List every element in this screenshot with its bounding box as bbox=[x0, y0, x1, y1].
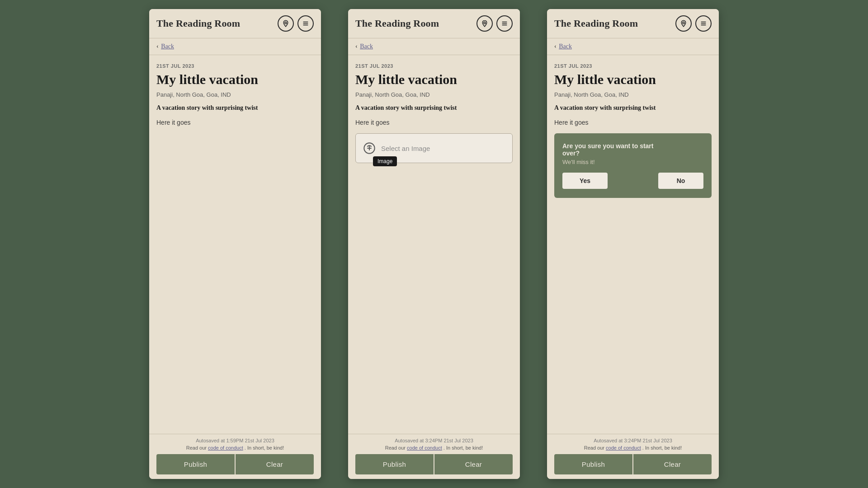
screens-container: The Reading Room ‹ bbox=[0, 0, 868, 488]
action-buttons-3: Publish Clear bbox=[554, 454, 712, 474]
conduct-link-2[interactable]: code of conduct bbox=[407, 445, 442, 450]
action-buttons-1: Publish Clear bbox=[156, 454, 314, 474]
post-location-3: Panaji, North Goa, Goa, IND bbox=[554, 91, 712, 98]
back-chevron-2: ‹ bbox=[355, 43, 358, 50]
confirm-no-button[interactable]: No bbox=[658, 173, 703, 189]
conduct-suffix-1: . In short, be kind! bbox=[245, 445, 284, 450]
post-title-3: My little vacation bbox=[554, 71, 712, 88]
post-subtitle-2: A vacation story with surprising twist bbox=[355, 104, 513, 112]
autosave-3: Autosaved at 3:24PM 21st Jul 2023 bbox=[554, 438, 712, 443]
select-image-text: Select an Image bbox=[381, 145, 430, 152]
back-link-1[interactable]: Back bbox=[161, 43, 174, 50]
svg-point-0 bbox=[285, 22, 287, 24]
back-chevron-3: ‹ bbox=[554, 43, 557, 50]
content-area-3: 21ST JUL 2023 My little vacation Panaji,… bbox=[547, 55, 719, 434]
confirm-text-sub: We'll miss it! bbox=[562, 159, 703, 165]
post-body-1: Here it goes bbox=[156, 119, 314, 126]
footer-1: Autosaved at 1:59PM 21st Jul 2023 Read o… bbox=[149, 434, 321, 479]
back-chevron-1: ‹ bbox=[156, 43, 159, 50]
footer-3: Autosaved at 3:24PM 21st Jul 2023 Read o… bbox=[547, 434, 719, 479]
image-tooltip: Image bbox=[373, 156, 397, 166]
screen-3: The Reading Room ‹ bbox=[547, 9, 719, 479]
app-header-2: The Reading Room bbox=[348, 9, 520, 38]
post-date-3: 21ST JUL 2023 bbox=[554, 63, 712, 69]
back-bar-2: ‹ Back bbox=[348, 38, 520, 55]
conduct-link-3[interactable]: code of conduct bbox=[606, 445, 641, 450]
post-date-1: 21ST JUL 2023 bbox=[156, 63, 314, 69]
conduct-text-3: Read our code of conduct . In short, be … bbox=[554, 445, 712, 450]
autosave-1: Autosaved at 1:59PM 21st Jul 2023 bbox=[156, 438, 314, 443]
location-button-3[interactable] bbox=[675, 15, 692, 32]
confirm-yes-button[interactable]: Yes bbox=[562, 173, 608, 189]
content-area-1: 21ST JUL 2023 My little vacation Panaji,… bbox=[149, 55, 321, 434]
conduct-prefix-1: Read our bbox=[186, 445, 208, 450]
publish-button-1[interactable]: Publish bbox=[156, 454, 235, 474]
post-location-1: Panaji, North Goa, Goa, IND bbox=[156, 91, 314, 98]
image-selector[interactable]: Select an Image Image bbox=[355, 133, 513, 163]
app-title-1: The Reading Room bbox=[156, 18, 240, 29]
menu-button-3[interactable] bbox=[695, 15, 712, 32]
post-title-2: My little vacation bbox=[355, 71, 513, 88]
footer-2: Autosaved at 3:24PM 21st Jul 2023 Read o… bbox=[348, 434, 520, 479]
conduct-text-2: Read our code of conduct . In short, be … bbox=[355, 445, 513, 450]
svg-point-11 bbox=[683, 22, 684, 24]
conduct-link-1[interactable]: code of conduct bbox=[208, 445, 243, 450]
app-title-3: The Reading Room bbox=[554, 18, 638, 29]
conduct-suffix-2: . In short, be kind! bbox=[443, 445, 483, 450]
post-location-2: Panaji, North Goa, Goa, IND bbox=[355, 91, 513, 98]
conduct-text-1: Read our code of conduct . In short, be … bbox=[156, 445, 314, 450]
screen-2: The Reading Room ‹ bbox=[348, 9, 520, 479]
header-icons-2 bbox=[476, 15, 513, 32]
autosave-2: Autosaved at 3:24PM 21st Jul 2023 bbox=[355, 438, 513, 443]
confirm-text-line1: Are you sure you want to start over? bbox=[562, 142, 703, 157]
post-body-2: Here it goes bbox=[355, 119, 513, 126]
post-date-2: 21ST JUL 2023 bbox=[355, 63, 513, 69]
header-icons-1 bbox=[278, 15, 314, 32]
confirm-dialog: Are you sure you want to start over? We'… bbox=[554, 133, 712, 198]
content-area-2: 21ST JUL 2023 My little vacation Panaji,… bbox=[348, 55, 520, 434]
post-subtitle-3: A vacation story with surprising twist bbox=[554, 104, 712, 112]
back-bar-3: ‹ Back bbox=[547, 38, 719, 55]
location-button-1[interactable] bbox=[278, 15, 294, 32]
confirm-buttons: Yes No bbox=[562, 173, 703, 189]
action-buttons-2: Publish Clear bbox=[355, 454, 513, 474]
menu-button-1[interactable] bbox=[297, 15, 314, 32]
publish-button-3[interactable]: Publish bbox=[554, 454, 632, 474]
image-upload-icon bbox=[363, 142, 376, 155]
clear-button-3[interactable]: Clear bbox=[633, 454, 712, 474]
app-header-1: The Reading Room bbox=[149, 9, 321, 38]
svg-point-4 bbox=[484, 22, 486, 24]
publish-button-2[interactable]: Publish bbox=[355, 454, 434, 474]
app-title-2: The Reading Room bbox=[355, 18, 439, 29]
menu-button-2[interactable] bbox=[496, 15, 513, 32]
clear-button-2[interactable]: Clear bbox=[434, 454, 513, 474]
post-subtitle-1: A vacation story with surprising twist bbox=[156, 104, 314, 112]
location-button-2[interactable] bbox=[476, 15, 493, 32]
back-link-2[interactable]: Back bbox=[360, 43, 373, 50]
back-bar-1: ‹ Back bbox=[149, 38, 321, 55]
conduct-suffix-3: . In short, be kind! bbox=[642, 445, 682, 450]
post-body-3: Here it goes bbox=[554, 119, 712, 126]
post-title-1: My little vacation bbox=[156, 71, 314, 88]
conduct-prefix-2: Read our bbox=[385, 445, 407, 450]
back-link-3[interactable]: Back bbox=[559, 43, 572, 50]
app-header-3: The Reading Room bbox=[547, 9, 719, 38]
header-icons-3 bbox=[675, 15, 712, 32]
clear-button-1[interactable]: Clear bbox=[236, 454, 314, 474]
conduct-prefix-3: Read our bbox=[584, 445, 606, 450]
screen-1: The Reading Room ‹ bbox=[149, 9, 321, 479]
